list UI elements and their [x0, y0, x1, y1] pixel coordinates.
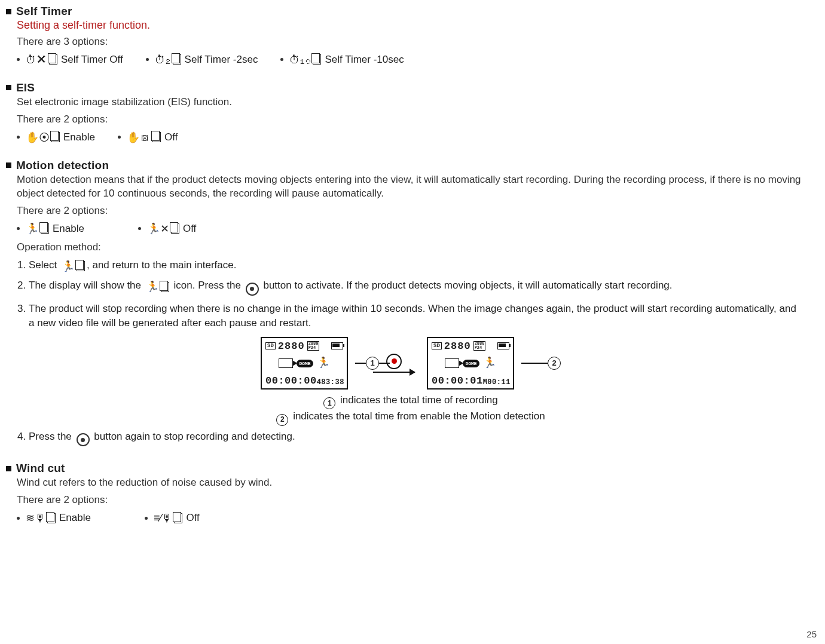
lcd-timer: 00:00:00 [265, 375, 317, 387]
eis-enable-icon: ✋⦿ [26, 132, 50, 143]
lcd-remaining: 483:38 [317, 378, 344, 387]
lcd-motion-time: M00:11 [483, 378, 511, 387]
options-intro: There are 3 options: [17, 35, 805, 49]
step-3: The product will stop recording when the… [29, 302, 805, 331]
opt-label: Self Timer -10sec [325, 54, 404, 66]
opt-motion-enable: 🏃 Enable [17, 223, 84, 235]
section-wind-cut: Wind cut Wind cut refers to the reductio… [6, 462, 805, 524]
heading-wind: Wind cut [16, 462, 65, 475]
dome-badge: DOME [463, 360, 479, 367]
record-button-icon [246, 283, 259, 296]
battery-icon [497, 342, 509, 349]
record-icon [386, 354, 402, 369]
step-2: The display will show the 🏃 icon. Press … [29, 278, 805, 296]
heading-self-timer: Self Timer [16, 5, 72, 18]
opt-label: Self Timer -2sec [185, 54, 258, 66]
wind-off-icon: ≡⁄🎙 [154, 513, 173, 523]
card-icon [173, 54, 181, 65]
lcd-screen-before: SD 2880 2880 P24 DOME 🏃 [261, 337, 348, 390]
card-icon [41, 223, 49, 234]
lcd-resolution: 2880 [278, 341, 305, 352]
opt-label: Enable [63, 131, 95, 143]
sd-icon: SD [432, 342, 442, 349]
page-number: 25 [806, 629, 817, 639]
motion-diagram: SD 2880 2880 P24 DOME 🏃 [17, 337, 805, 426]
card-icon [77, 261, 85, 271]
timer-2s-icon: ⏱₂ [155, 54, 171, 65]
text: button to activate. If the product detec… [263, 280, 672, 291]
text: Select [29, 259, 57, 271]
opt-label: Off [164, 131, 178, 143]
wind-desc: Wind cut refers to the reduction of nois… [17, 476, 805, 490]
camera-icon [279, 358, 293, 368]
square-bullet-icon [6, 85, 11, 90]
arrow-right-icon [373, 372, 415, 373]
eis-options: ✋⦿ Enable ✋⦻ Off [17, 131, 805, 143]
wind-options: ≋🎙 Enable ≡⁄🎙 Off [17, 512, 805, 524]
circle-1-icon: 1 [323, 397, 335, 409]
eis-desc: Set electronic image stabilization (EIS)… [17, 96, 805, 109]
square-bullet-icon [6, 466, 11, 471]
card-icon [152, 132, 161, 142]
motion-desc: Motion detection means that if the produ… [17, 173, 805, 201]
legend-text: indicates the total time of recording [340, 394, 498, 406]
subtitle-self-timer: Setting a self-timer function. [17, 19, 805, 32]
motion-off-icon: 🏃✕ [147, 223, 169, 234]
motion-enable-icon: 🏃 [146, 281, 159, 292]
battery-icon [331, 342, 343, 349]
lcd-resolution: 2880 [444, 341, 471, 352]
operation-steps: Select 🏃, and return to the main interfa… [17, 258, 805, 331]
operation-steps-cont: Press the button again to stop recording… [17, 430, 805, 447]
circle-2-icon: 2 [276, 414, 288, 426]
opt-eis-off: ✋⦻ Off [118, 131, 178, 143]
text: , and return to the main interface. [87, 259, 236, 271]
options-intro: There are 2 options: [17, 493, 805, 507]
lcd-screen-after: SD 2880 2880 P24 DOME 🏃 [427, 337, 514, 390]
section-eis: EIS Set electronic image stabilization (… [6, 81, 805, 143]
card-icon [49, 54, 57, 65]
opt-eis-enable: ✋⦿ Enable [17, 131, 95, 143]
opt-label: Off [186, 512, 199, 524]
circle-2-icon: 2 [548, 357, 561, 370]
record-button-icon [77, 433, 90, 446]
text: Press the [29, 431, 72, 442]
card-icon [171, 223, 179, 234]
opt-self-timer-2sec: ⏱₂ Self Timer -2sec [146, 54, 258, 66]
opt-label: Enable [53, 223, 84, 235]
dome-badge: DOME [297, 360, 313, 367]
card-icon [313, 54, 321, 65]
text: icon. Press the [174, 280, 241, 291]
motion-enable-icon: 🏃 [62, 261, 75, 272]
opt-motion-off: 🏃✕ Off [138, 223, 196, 235]
opt-label: Enable [59, 512, 91, 524]
motion-icon: 🏃 [317, 358, 330, 369]
opt-label: Self Timer Off [61, 54, 123, 66]
step-4: Press the button again to stop recording… [29, 430, 805, 447]
callout-2: 2 [521, 357, 561, 370]
motion-icon: 🏃 [483, 358, 496, 369]
text: button again to stop recording and detec… [94, 431, 295, 442]
opt-wind-off: ≡⁄🎙 Off [145, 512, 200, 524]
timer-off-icon: ⏱✕ [26, 54, 47, 65]
heading-motion: Motion detection [16, 159, 109, 172]
lcd-timer: 00:00:01 [432, 375, 483, 387]
options-intro: There are 2 options: [17, 204, 805, 218]
motion-enable-icon: 🏃 [26, 223, 39, 234]
card-icon [47, 513, 56, 523]
op-method-label: Operation method: [17, 241, 805, 254]
wind-enable-icon: ≋🎙 [26, 513, 45, 523]
opt-self-timer-10sec: ⏱₁₀ Self Timer -10sec [280, 54, 404, 66]
opt-wind-enable: ≋🎙 Enable [17, 512, 91, 524]
text: The display will show the [29, 280, 141, 291]
self-timer-options: ⏱✕ Self Timer Off ⏱₂ Self Timer -2sec ⏱₁… [17, 54, 805, 66]
opt-label: Off [183, 223, 196, 235]
square-bullet-icon [6, 9, 11, 14]
options-intro: There are 2 options: [17, 113, 805, 127]
manual-page: Self Timer Setting a self-timer function… [0, 0, 825, 644]
timer-10s-icon: ⏱₁₀ [289, 54, 311, 65]
opt-self-timer-off: ⏱✕ Self Timer Off [17, 54, 123, 66]
diagram-legend: 1 indicates the total time of recording … [276, 393, 545, 426]
card-icon [174, 513, 182, 523]
eis-off-icon: ✋⦻ [127, 132, 151, 143]
legend-text: indicates the total time from enable the… [293, 410, 545, 422]
